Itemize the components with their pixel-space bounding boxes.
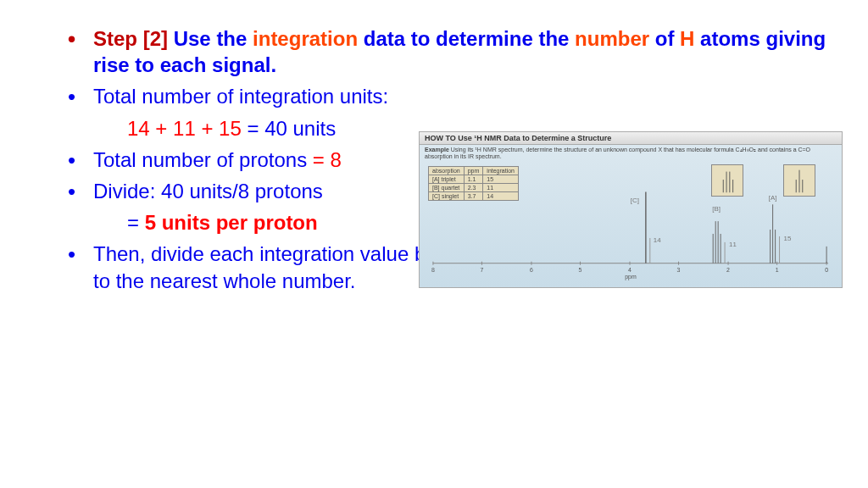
svg-text:11: 11 xyxy=(729,241,737,248)
example-label: Example xyxy=(425,147,449,152)
cell: [A] triplet xyxy=(429,175,465,183)
eq-sign: = xyxy=(127,211,145,234)
col-integration: integration xyxy=(483,166,519,175)
text: Total number of protons xyxy=(93,148,313,171)
value: = 8 xyxy=(313,148,342,171)
spectrum-diagram: HOW TO Use ¹H NMR Data to Determine a St… xyxy=(419,131,843,288)
svg-text:6: 6 xyxy=(530,266,533,272)
sum-result: = 40 units xyxy=(242,117,336,140)
diagram-header: HOW TO Use ¹H NMR Data to Determine a St… xyxy=(420,132,842,145)
sum-expression: 14 + 11 + 15 xyxy=(127,117,242,140)
bullet-total-units-label: Total number of integration units: xyxy=(34,83,831,109)
peak-a: [A] 15 xyxy=(769,194,792,263)
svg-text:3: 3 xyxy=(677,266,681,272)
col-ppm: ppm xyxy=(464,166,483,175)
svg-text:15: 15 xyxy=(784,235,792,242)
example-body: Using its ¹H NMR spectrum, determine the… xyxy=(425,147,810,159)
step-label: Step [2] xyxy=(93,27,168,50)
svg-text:ppm: ppm xyxy=(625,273,637,280)
svg-text:[A]: [A] xyxy=(769,194,777,202)
peak-b: [B] 11 xyxy=(712,205,737,263)
text: Total number of integration units: xyxy=(93,85,388,108)
diagram-example-text: Example Using its ¹H NMR spectrum, deter… xyxy=(420,145,842,163)
svg-text:14: 14 xyxy=(654,236,661,244)
keyword-integration: integration xyxy=(253,27,358,50)
cell: 15 xyxy=(483,175,519,183)
svg-text:0: 0 xyxy=(825,266,828,272)
text: data to determine the xyxy=(358,27,575,50)
step-header-line: Step [2] Use the integration data to det… xyxy=(34,25,831,78)
keyword-number: number xyxy=(575,27,649,50)
svg-text:[C]: [C] xyxy=(631,197,639,204)
diagram-body: absorption ppm integration [A] triplet 1… xyxy=(425,166,837,285)
peak-c: [C] 14 xyxy=(631,191,661,263)
svg-text:2: 2 xyxy=(726,266,730,272)
result-text: 5 units per proton xyxy=(145,211,318,234)
cell: 1.1 xyxy=(464,175,483,183)
table-header-row: absorption ppm integration xyxy=(429,166,519,175)
nmr-spectrum: 8 7 6 5 4 3 2 1 0 ppm xyxy=(425,187,837,280)
svg-text:5: 5 xyxy=(579,266,582,272)
svg-text:8: 8 xyxy=(431,266,435,272)
svg-text:4: 4 xyxy=(628,266,632,272)
text: Divide: 40 units/8 protons xyxy=(93,180,323,202)
spectrum-svg: 8 7 6 5 4 3 2 1 0 ppm xyxy=(425,187,837,280)
axis-ticks: 8 7 6 5 4 3 2 1 0 ppm xyxy=(431,262,828,280)
svg-text:1: 1 xyxy=(776,266,779,272)
text: of xyxy=(649,27,680,50)
col-absorption: absorption xyxy=(429,166,465,175)
table-row: [A] triplet 1.1 15 xyxy=(429,175,519,183)
text: Use the xyxy=(168,27,253,50)
svg-text:[B]: [B] xyxy=(712,205,721,213)
svg-text:7: 7 xyxy=(481,266,484,272)
keyword-h: H xyxy=(680,27,694,50)
